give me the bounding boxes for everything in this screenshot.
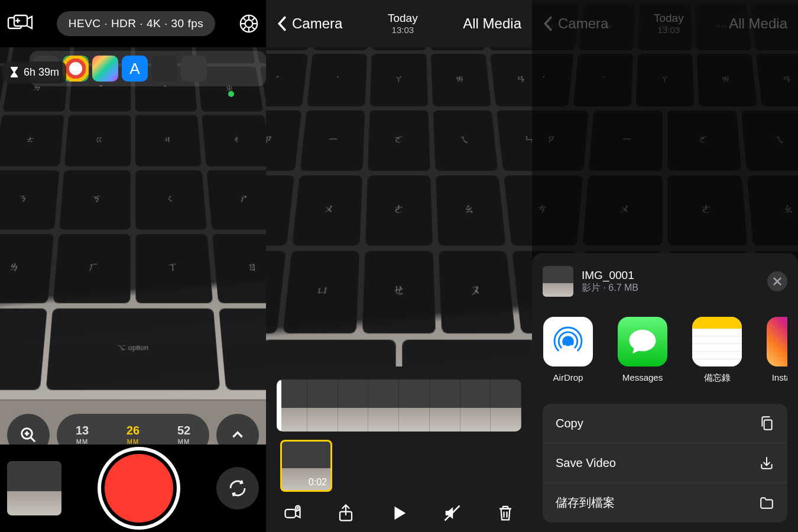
share-app-notes[interactable]: 備忘錄 xyxy=(692,317,742,384)
svg-point-28 xyxy=(565,338,572,345)
lens-26mm[interactable]: 26MM xyxy=(126,424,140,446)
share-app-row[interactable]: AirDrop Messages 備忘錄 Instagram xyxy=(543,317,787,384)
viewer-header: Camera Today13:03 All Media xyxy=(266,0,532,47)
folder-icon xyxy=(759,495,774,511)
last-capture-thumbnail[interactable] xyxy=(7,461,61,515)
svg-rect-29 xyxy=(764,420,772,430)
camera-capture-pane: escF1F2F3F4F5 ㄅㄉˇˋㄓˊ ㄆㄊㄍㄐㄔㄗ ㄇㄋㄎㄑㄕㄘ ㄈㄌㄏㄒㄖ… xyxy=(0,0,266,532)
back-label: Camera xyxy=(292,15,342,32)
svg-point-5 xyxy=(245,20,253,28)
share-icon[interactable] xyxy=(337,504,355,522)
svg-line-10 xyxy=(242,17,245,20)
clip-thumbnail[interactable]: 0:02 xyxy=(280,440,332,492)
share-file-header: IMG_0001 影片 · 6.7 MB xyxy=(543,266,787,297)
camera-bottom-bar xyxy=(0,445,266,532)
file-name: IMG_0001 xyxy=(582,269,638,282)
gear-icon[interactable] xyxy=(239,14,259,34)
flip-camera-button[interactable] xyxy=(216,467,259,510)
share-sheet: IMG_0001 影片 · 6.7 MB AirDrop Messages xyxy=(532,253,798,532)
svg-line-11 xyxy=(252,27,255,30)
media-viewer-pane: F6F7F8F9F10F11F12 ㄓˊ˙ㄚㄞㄢㄦ ㄔㄗㄧㄛㄟㄣ『 ㄕㄘㄨㄜㄠㄤ… xyxy=(266,0,532,532)
camera-active-indicator xyxy=(228,91,234,97)
share-action-list: Copy Save Video 儲存到檔案 xyxy=(543,404,787,523)
record-more-icon[interactable] xyxy=(284,504,301,522)
svg-rect-18 xyxy=(286,510,296,518)
format-badge[interactable]: HEVC · HDR · 4K · 30 fps xyxy=(57,11,215,36)
action-save-video[interactable]: Save Video xyxy=(543,443,787,483)
record-button[interactable] xyxy=(105,454,173,523)
playhead[interactable] xyxy=(277,379,281,432)
action-save-to-files[interactable]: 儲存到檔案 xyxy=(543,483,787,523)
viewer-toolbar xyxy=(266,494,532,532)
close-icon[interactable] xyxy=(767,271,787,291)
timeline-scrubber[interactable] xyxy=(277,379,521,432)
action-copy[interactable]: Copy xyxy=(543,404,787,443)
clip-duration: 0:02 xyxy=(309,477,327,488)
trash-icon[interactable] xyxy=(497,504,514,522)
svg-line-12 xyxy=(252,17,255,20)
multicam-icon[interactable] xyxy=(7,14,33,33)
camera-top-bar: HEVC · HDR · 4K · 30 fps xyxy=(0,0,266,47)
file-meta: 影片 · 6.7 MB xyxy=(582,282,638,294)
viewer-title: Today13:03 xyxy=(388,12,418,36)
mute-icon[interactable] xyxy=(443,504,461,522)
svg-line-13 xyxy=(242,27,245,30)
file-thumbnail xyxy=(543,266,573,297)
lens-13mm[interactable]: 13MM xyxy=(76,424,89,446)
share-app-messages[interactable]: Messages xyxy=(617,317,668,384)
lens-52mm[interactable]: 52MM xyxy=(177,424,190,446)
share-app-airdrop[interactable]: AirDrop xyxy=(543,317,593,384)
svg-line-15 xyxy=(31,437,35,442)
remaining-label: 6h 39m xyxy=(24,66,59,79)
recording-time-remaining: 6h 39m xyxy=(2,61,66,83)
all-media-button[interactable]: All Media xyxy=(463,15,521,32)
play-icon[interactable] xyxy=(390,504,408,522)
download-icon xyxy=(759,455,774,471)
share-sheet-pane: F6F7F8F9F10F11F12 ㄓˊ˙ㄚㄞㄢㄦ ㄔㄗㄧㄛㄟㄣ ㄕㄘㄨㄜㄠㄤ … xyxy=(532,0,798,532)
back-button[interactable]: Camera xyxy=(277,15,342,32)
copy-icon xyxy=(759,416,774,431)
share-app-instagram[interactable]: Instagram xyxy=(766,317,787,384)
